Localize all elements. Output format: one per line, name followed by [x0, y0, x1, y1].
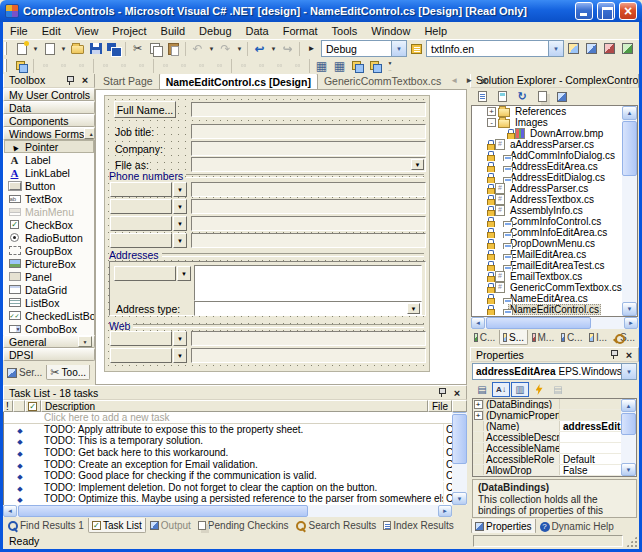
task-row[interactable]: ◆TODO: This is a temporary solution.C:\D… [4, 435, 467, 447]
task-row[interactable]: ◆TODO: Get back here to this workaround.… [4, 447, 467, 459]
categorized-icon[interactable] [473, 382, 491, 397]
pin-icon[interactable] [435, 386, 449, 399]
menu-edit[interactable]: Edit [35, 23, 68, 39]
phone-textbox[interactable] [191, 199, 426, 214]
scroll-up-icon[interactable]: ▲ [84, 128, 95, 139]
snap-to-grid-icon[interactable] [331, 58, 348, 74]
navigate-forward-icon[interactable] [279, 41, 296, 57]
add-item-icon[interactable] [41, 41, 58, 57]
address-type-combo[interactable] [194, 301, 422, 316]
tab-macro-explorer[interactable]: M... [529, 330, 557, 345]
column-checked[interactable] [25, 400, 41, 412]
web-textbox[interactable] [191, 348, 426, 363]
task-row[interactable]: ◆TODO: Create an exception for Email val… [4, 458, 467, 470]
web-textbox[interactable] [191, 331, 426, 346]
toolbar-grip[interactable] [4, 42, 9, 55]
properties-window-icon[interactable] [583, 41, 600, 57]
property-row-allowdrop[interactable]: AllowDropFalse [473, 465, 636, 476]
toolbox-item-button[interactable]: Button [4, 179, 94, 192]
tree-item-images[interactable]: Images [472, 117, 637, 128]
designed-form[interactable]: Full Name... Job title: Company: File as… [104, 95, 430, 372]
events-icon[interactable] [530, 382, 548, 397]
phone-textbox[interactable] [191, 182, 426, 197]
job-title-textbox[interactable] [191, 124, 426, 139]
toolbox-category-my-user-controls[interactable]: My User Controls [3, 88, 95, 101]
company-textbox[interactable] [191, 141, 426, 156]
property-row-name[interactable]: (Name)addressEditArea [473, 421, 636, 432]
show-all-files-icon[interactable] [533, 89, 551, 104]
menu-build[interactable]: Build [154, 23, 192, 39]
property-row-databindings[interactable]: (DataBindings) [473, 399, 636, 410]
property-row-accessiblerole[interactable]: AccessibleRoleDefault [473, 454, 636, 465]
phone-type-dropdown-icon[interactable] [173, 233, 187, 248]
tab-genericcommtextbox[interactable]: GenericCommTextbox.cs [318, 73, 447, 89]
task-row[interactable]: ◆TODO: Apply attribute to expose this to… [4, 424, 467, 436]
navigate-back-icon[interactable] [251, 41, 268, 57]
tab-order-icon[interactable] [13, 58, 30, 74]
phone-type-dropdown-icon[interactable] [173, 216, 187, 231]
combo-dropdown-icon[interactable] [407, 303, 420, 314]
tree-item-file[interactable]: AddressTextbox.cs [472, 194, 637, 205]
toolbox-item-panel[interactable]: Panel [4, 270, 94, 283]
task-row[interactable]: ◆TODO: Implement deletion. Do not forget… [4, 482, 467, 494]
tree-item-nameeditcontrol[interactable]: NameEditControl.cs [472, 304, 637, 315]
tree-item-file[interactable]: EmailTextbox.cs [472, 271, 637, 282]
toolbox-category-general[interactable]: General▼ [3, 335, 95, 348]
toolbox-category-components[interactable]: Components [3, 114, 95, 127]
toolbar-grip[interactable] [4, 59, 9, 72]
toolbox-item-listbox[interactable]: ListBox [4, 296, 94, 309]
menu-view[interactable]: View [68, 23, 106, 39]
toolbar-overflow-icon[interactable] [385, 58, 395, 74]
toolbox-item-checkbox[interactable]: CheckBox [4, 218, 94, 231]
menu-window[interactable]: Window [364, 23, 417, 39]
add-item-dropdown-icon[interactable] [59, 41, 68, 57]
full-name-button[interactable]: Full Name... [114, 101, 176, 118]
property-row-accessiblename[interactable]: AccessibleName [473, 443, 636, 454]
properties-view-icon[interactable] [511, 382, 529, 397]
object-selector-combo[interactable]: addressEditArea EPS.Windows.Forms.Con [472, 363, 637, 380]
open-file-icon[interactable] [69, 41, 86, 57]
tab-toolbox[interactable]: Too... [46, 365, 90, 380]
show-grid-icon[interactable] [313, 58, 330, 74]
toolbox-category-data[interactable]: Data [3, 101, 95, 114]
web-type-button[interactable] [110, 348, 172, 363]
toolbox-item-radiobutton[interactable]: RadioButton [4, 231, 94, 244]
bring-to-front-icon[interactable] [349, 58, 366, 74]
property-row-dynamicproperties[interactable]: (DynamicProperties) [473, 410, 636, 421]
tree-item-file[interactable]: AssemblyInfo.cs [472, 205, 637, 216]
column-priority[interactable]: ! [3, 400, 13, 412]
send-to-back-icon[interactable] [367, 58, 384, 74]
maximize-button[interactable] [597, 2, 615, 20]
address-textbox[interactable] [194, 265, 422, 301]
phone-type-button[interactable] [110, 182, 172, 197]
toolbox-item-label[interactable]: Label [4, 153, 94, 166]
menu-help[interactable]: Help [417, 23, 454, 39]
menu-debug[interactable]: Debug [192, 23, 238, 39]
tree-horizontal-scrollbar[interactable]: ◄ ► [471, 317, 638, 329]
toolbox-category-dpsi[interactable]: DPSI [3, 348, 95, 361]
tab-task-list[interactable]: Task List [88, 518, 146, 533]
tree-item-file[interactable]: AddressParser.cs [472, 183, 637, 194]
combo-dropdown-icon[interactable] [621, 364, 636, 379]
close-icon[interactable] [78, 74, 92, 87]
combo-dropdown-icon[interactable] [391, 41, 406, 56]
tree-vertical-scrollbar[interactable]: ▲ ▼ [622, 106, 637, 316]
tab-find-results-1[interactable]: Find Results 1 [4, 518, 87, 533]
view-designer-icon[interactable] [493, 89, 511, 104]
close-icon[interactable] [450, 386, 464, 399]
toolbox-category-windows-forms[interactable]: Windows Forms▲ [3, 127, 95, 140]
toolbox-item-datagrid[interactable]: DataGrid [4, 283, 94, 296]
solution-explorer-icon[interactable] [565, 41, 582, 57]
menu-project[interactable]: Project [105, 23, 153, 39]
tree-item-references[interactable]: References [472, 106, 637, 117]
address-type-dropdown-icon[interactable] [177, 266, 191, 281]
toolbox-item-combobox[interactable]: ComboBox [4, 322, 94, 335]
combo-dropdown-icon[interactable] [411, 159, 424, 170]
navigate-back-dropdown-icon[interactable] [269, 41, 278, 57]
tab-properties[interactable]: Properties [471, 519, 536, 534]
phone-textbox[interactable] [191, 233, 426, 248]
tab-contents[interactable]: C... [558, 330, 585, 345]
tab-output[interactable]: Output [147, 518, 194, 533]
toolbox-icon[interactable] [601, 41, 618, 57]
save-all-icon[interactable] [105, 41, 122, 57]
